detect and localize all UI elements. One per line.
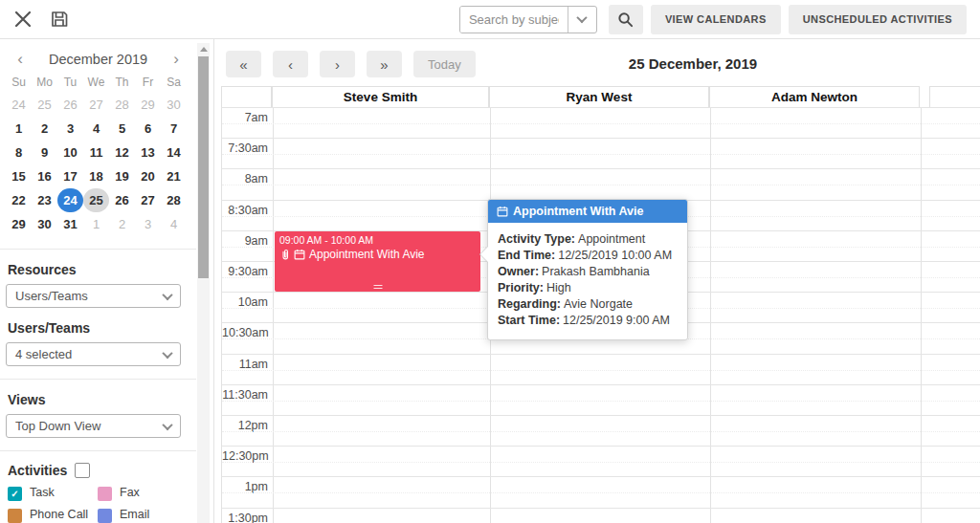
- minical-day[interactable]: 20: [135, 164, 161, 188]
- minical-day[interactable]: 29: [135, 93, 161, 117]
- minical-day[interactable]: 27: [135, 188, 161, 212]
- time-label: 10:30am: [222, 326, 268, 339]
- date-title: 25 December, 2019: [629, 55, 757, 72]
- time-row: 8am: [222, 168, 980, 199]
- minical-day[interactable]: 26: [109, 188, 135, 212]
- nav-last-button[interactable]: »: [367, 51, 402, 77]
- activity-label: Task: [30, 486, 55, 500]
- minical-day[interactable]: 6: [135, 117, 161, 141]
- minical-day[interactable]: 28: [109, 93, 135, 117]
- minical-day[interactable]: 1: [6, 117, 32, 141]
- time-label: 7:30am: [222, 142, 268, 155]
- activity-checkbox[interactable]: [8, 509, 22, 523]
- minical-day[interactable]: 19: [109, 164, 135, 188]
- minical-day[interactable]: 28: [161, 188, 187, 212]
- activity-checkbox[interactable]: [98, 509, 112, 523]
- minical-day[interactable]: 24: [6, 93, 32, 117]
- minical-day[interactable]: 2: [32, 117, 57, 141]
- resources-select[interactable]: Users/Teams: [6, 284, 181, 308]
- minical-day[interactable]: 12: [109, 141, 135, 164]
- minical-weekdays: SuMoTuWeThFrSa: [6, 72, 190, 93]
- weekday-label: We: [83, 72, 109, 93]
- users-teams-select[interactable]: 4 selected: [6, 342, 181, 366]
- minical-day[interactable]: 15: [6, 164, 32, 188]
- view-calendars-button[interactable]: VIEW CALENDARS: [651, 5, 781, 34]
- close-icon[interactable]: [13, 10, 33, 29]
- minical-day[interactable]: 11: [83, 141, 109, 164]
- views-value: Top Down View: [15, 419, 100, 433]
- event-tooltip: Appointment With Avie Activity Type:Appo…: [487, 199, 688, 340]
- minical-day[interactable]: 7: [161, 117, 187, 141]
- search-button[interactable]: [609, 5, 643, 34]
- search-box: [459, 6, 597, 33]
- activity-filter-task[interactable]: Task: [8, 486, 96, 501]
- nav-first-button[interactable]: «: [226, 51, 261, 77]
- minical-day[interactable]: 26: [57, 93, 83, 117]
- minical-day[interactable]: 30: [161, 93, 187, 117]
- minical-day[interactable]: 3: [57, 117, 83, 141]
- time-row: 1pm: [222, 476, 980, 507]
- minical-day[interactable]: 22: [6, 188, 32, 212]
- search-field-dropdown[interactable]: [568, 7, 596, 33]
- minical-day[interactable]: 27: [83, 93, 109, 117]
- divider: [0, 450, 196, 451]
- minical-day[interactable]: 14: [161, 141, 187, 164]
- time-row: 12pm: [222, 415, 980, 446]
- activity-checkbox[interactable]: [98, 487, 112, 501]
- time-label: 8am: [222, 172, 268, 185]
- search-input[interactable]: [460, 7, 568, 33]
- views-select[interactable]: Top Down View: [6, 414, 181, 438]
- divider: [0, 249, 196, 250]
- minical-day[interactable]: 4: [83, 117, 109, 141]
- nav-next-button[interactable]: ›: [320, 51, 355, 77]
- minical-day[interactable]: 2: [109, 212, 135, 236]
- event-resize-handle[interactable]: [373, 285, 382, 289]
- minical-day[interactable]: 5: [109, 117, 135, 141]
- minical-day[interactable]: 30: [32, 212, 57, 236]
- chevron-down-icon: [577, 12, 588, 23]
- activities-all-checkbox[interactable]: [75, 463, 90, 478]
- minical-day[interactable]: 29: [6, 212, 32, 236]
- minical-day[interactable]: 21: [161, 164, 187, 188]
- unscheduled-activities-button[interactable]: UNSCHEDULED ACTIVITIES: [789, 5, 967, 34]
- minical-prev-icon[interactable]: ‹: [6, 50, 34, 69]
- sidebar: ‹ December 2019 › SuMoTuWeThFrSa 2425262…: [0, 39, 196, 523]
- top-toolbar: VIEW CALENDARS UNSCHEDULED ACTIVITIES: [0, 0, 980, 39]
- minical-day[interactable]: 13: [135, 141, 161, 164]
- nav-prev-button[interactable]: ‹: [273, 51, 308, 77]
- minical-day[interactable]: 1: [83, 212, 109, 236]
- scrollbar-thumb[interactable]: [198, 56, 209, 278]
- save-icon[interactable]: [50, 10, 69, 29]
- minical-day[interactable]: 16: [32, 164, 57, 188]
- minical-title: December 2019: [34, 52, 162, 67]
- appointment-event[interactable]: 09:00 AM - 10:00 AM Appointment With Avi…: [275, 231, 480, 292]
- activity-filter-fax[interactable]: Fax: [98, 486, 196, 501]
- minical-next-icon[interactable]: ›: [162, 50, 190, 69]
- time-gutter-header: [221, 86, 272, 108]
- today-button[interactable]: Today: [413, 51, 476, 77]
- time-row: 1:30pm: [222, 508, 980, 523]
- column-header-adam-newton: Adam Newton: [709, 86, 920, 108]
- minical-day[interactable]: 25: [32, 93, 57, 117]
- minical-day[interactable]: 17: [57, 164, 83, 188]
- calendar-main: « ‹ › » Today 25 December, 2019 Steve Sm…: [213, 39, 980, 523]
- column-header-partial: [929, 86, 980, 108]
- scroll-up-button[interactable]: [197, 43, 210, 55]
- activity-checkbox[interactable]: [8, 487, 22, 501]
- tooltip-field: Priority:High: [498, 280, 678, 296]
- minical-day[interactable]: 25: [83, 188, 109, 212]
- minical-day[interactable]: 9: [32, 141, 57, 164]
- minical-day[interactable]: 10: [57, 141, 83, 164]
- time-label: 12pm: [222, 419, 268, 432]
- minical-day[interactable]: 3: [135, 212, 161, 236]
- activity-filter-phone-call[interactable]: Phone Call: [8, 508, 96, 523]
- minical-day[interactable]: 8: [6, 141, 32, 164]
- minical-day[interactable]: 4: [161, 212, 187, 236]
- minical-day[interactable]: 24: [57, 188, 83, 212]
- minical-day[interactable]: 31: [57, 212, 83, 236]
- activity-filter-email[interactable]: Email: [98, 508, 196, 523]
- time-label: 1pm: [222, 480, 268, 493]
- minical-day[interactable]: 18: [83, 164, 109, 188]
- paperclip-icon: [279, 249, 290, 260]
- minical-day[interactable]: 23: [32, 188, 57, 212]
